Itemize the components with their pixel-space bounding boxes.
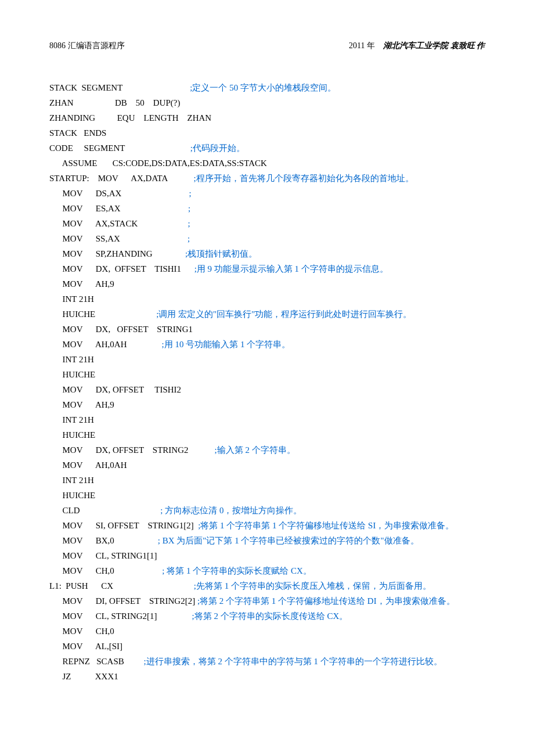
- code-text: MOV BX,0: [49, 536, 158, 545]
- code-text: MOV AH,0AH: [49, 340, 161, 349]
- code-comment: ;调用 宏定义的"回车换行"功能，程序运行到此处时进行回车换行。: [156, 309, 412, 319]
- header-left: 8086 汇编语言源程序: [49, 41, 125, 51]
- code-line: ZHAN DB 50 DUP(?): [49, 95, 485, 110]
- code-text: CODE SEGMENT: [49, 143, 190, 153]
- code-text: HUICHE: [49, 491, 95, 500]
- code-line: INT 21H: [49, 412, 485, 427]
- code-comment: ;: [187, 234, 190, 243]
- code-line: MOV DX, OFFSET TISHI2: [49, 382, 485, 397]
- code-comment: ;先将第 1 个字符串的实际长度压入堆栈，保留，为后面备用。: [194, 581, 431, 591]
- code-text: INT 21H: [49, 355, 94, 364]
- code-text: MOV AH,0AH: [49, 460, 127, 470]
- code-line: MOV SS,AX ;: [49, 231, 485, 246]
- code-line: MOV AH,0AH ;用 10 号功能输入第 1 个字符串。: [49, 337, 485, 352]
- code-text: ASSUME CS:CODE,DS:DATA,ES:DATA,SS:STACK: [49, 159, 267, 168]
- code-comment: ; 方向标志位清 0，按增址方向操作。: [160, 506, 302, 515]
- code-text: L1: PUSH CX: [49, 581, 194, 591]
- code-text: MOV AL,[SI]: [49, 642, 122, 651]
- code-comment: ;用 9 功能显示提示输入第 1 个字符串的提示信息。: [194, 264, 388, 273]
- code-text: MOV AH,9: [49, 400, 114, 409]
- code-comment: ;: [189, 189, 192, 198]
- code-comment: ;将第 2 个字符串的实际长度传送给 CX。: [192, 611, 348, 621]
- code-text: INT 21H: [49, 294, 94, 304]
- code-line: HUICHE: [49, 427, 485, 442]
- code-line: JZ XXX1: [49, 669, 485, 684]
- code-text: MOV DX, OFFSET TISHI2: [49, 385, 181, 394]
- code-line: ASSUME CS:CODE,DS:DATA,ES:DATA,SS:STACK: [49, 156, 485, 171]
- code-line: MOV AH,9: [49, 397, 485, 412]
- code-text: MOV SP,ZHANDING: [49, 249, 185, 258]
- code-comment: ;进行串搜索，将第 2 个字符串中的字符与第 1 个字符串的一个字符进行比较。: [144, 657, 442, 666]
- code-comment: ; BX 为后面"记下第 1 个字符串已经被搜索过的字符的个数"做准备。: [158, 536, 419, 545]
- code-text: HUICHE: [49, 309, 156, 319]
- code-comment: ; 将第 1 个字符串的实际长度赋给 CX。: [162, 566, 312, 575]
- code-text: MOV AH,9: [49, 279, 114, 289]
- code-line: MOV ES,AX ;: [49, 201, 485, 216]
- header-year: 2011 年: [349, 41, 375, 50]
- code-line: CODE SEGMENT ;代码段开始。: [49, 141, 485, 156]
- header-right: 2011 年 湖北汽车工业学院 袁致旺 作: [349, 41, 485, 51]
- code-text: MOV ES,AX: [49, 204, 188, 213]
- code-line: MOV CH,0 ; 将第 1 个字符串的实际长度赋给 CX。: [49, 563, 485, 578]
- page-header: 8086 汇编语言源程序 2011 年 湖北汽车工业学院 袁致旺 作: [49, 41, 485, 51]
- code-line: CLD ; 方向标志位清 0，按增址方向操作。: [49, 503, 485, 518]
- code-comment: ;代码段开始。: [190, 143, 245, 153]
- code-line: REPNZ SCASB ;进行串搜索，将第 2 个字符串中的字符与第 1 个字符…: [49, 654, 485, 669]
- code-text: MOV DS,AX: [49, 189, 189, 198]
- code-line: STARTUP: MOV AX,DATA ;程序开始，首先将几个段寄存器初始化为…: [49, 171, 485, 186]
- code-line: MOV CL, STRING2[1] ;将第 2 个字符串的实际长度传送给 CX…: [49, 609, 485, 624]
- code-text: JZ XXX1: [49, 672, 118, 681]
- code-text: STARTUP: MOV AX,DATA: [49, 174, 194, 183]
- code-comment: ;用 10 号功能输入第 1 个字符串。: [161, 340, 290, 349]
- code-line: INT 21H: [49, 291, 485, 307]
- code-line: INT 21H: [49, 352, 485, 367]
- code-comment: ;将第 1 个字符串第 1 个字符偏移地址传送给 SI，为串搜索做准备。: [198, 521, 454, 530]
- code-comment: ;栈顶指针赋初值。: [185, 249, 257, 258]
- code-line: MOV CH,0: [49, 624, 485, 639]
- code-text: HUICHE: [49, 370, 95, 379]
- code-line: STACK SEGMENT ;定义一个 50 字节大小的堆栈段空间。: [49, 80, 485, 95]
- code-text: ZHAN DB 50 DUP(?): [49, 98, 180, 107]
- code-comment: ;将第 2 个字符串第 1 个字符偏移地址传送给 DI，为串搜索做准备。: [197, 596, 455, 606]
- code-line: MOV DX, OFFSET STRING1: [49, 322, 485, 337]
- code-line: MOV SP,ZHANDING ;栈顶指针赋初值。: [49, 246, 485, 261]
- code-line: HUICHE: [49, 367, 485, 382]
- header-org: 湖北汽车工业学院 袁致旺 作: [383, 41, 485, 50]
- code-line: MOV SI, OFFSET STRING1[2] ;将第 1 个字符串第 1 …: [49, 518, 485, 533]
- code-text: STACK SEGMENT: [49, 83, 190, 92]
- code-text: INT 21H: [49, 415, 94, 424]
- code-line: L1: PUSH CX ;先将第 1 个字符串的实际长度压入堆栈，保留，为后面备…: [49, 578, 485, 593]
- code-line: MOV AL,[SI]: [49, 639, 485, 654]
- code-line: STACK ENDS: [49, 125, 485, 141]
- code-text: MOV SI, OFFSET STRING1[2]: [49, 521, 198, 530]
- code-line: MOV BX,0 ; BX 为后面"记下第 1 个字符串已经被搜索过的字符的个数…: [49, 533, 485, 548]
- code-block: STACK SEGMENT ;定义一个 50 字节大小的堆栈段空间。ZHAN D…: [49, 80, 485, 684]
- code-text: ZHANDING EQU LENGTH ZHAN: [49, 113, 211, 123]
- code-text: MOV CH,0: [49, 627, 114, 636]
- code-line: MOV DI, OFFSET STRING2[2] ;将第 2 个字符串第 1 …: [49, 593, 485, 609]
- code-text: MOV DX, OFFSET STRING1: [49, 325, 193, 334]
- code-text: MOV CH,0: [49, 566, 162, 575]
- document-page: 8086 汇编语言源程序 2011 年 湖北汽车工业学院 袁致旺 作 STACK…: [0, 0, 534, 719]
- code-comment: ;输入第 2 个字符串。: [214, 445, 295, 455]
- code-line: INT 21H: [49, 473, 485, 488]
- code-line: MOV DS,AX ;: [49, 186, 485, 201]
- code-comment: ;: [188, 219, 190, 228]
- code-text: MOV CL, STRING2[1]: [49, 611, 192, 621]
- code-text: MOV CL, STRING1[1]: [49, 551, 157, 560]
- code-text: MOV DI, OFFSET STRING2[2]: [49, 596, 197, 606]
- code-text: MOV AX,STACK: [49, 219, 188, 228]
- code-text: MOV DX, OFFSET STRING2: [49, 445, 214, 455]
- code-text: HUICHE: [49, 430, 95, 440]
- code-comment: ;定义一个 50 字节大小的堆栈段空间。: [190, 83, 336, 92]
- code-text: STACK ENDS: [49, 128, 106, 138]
- code-text: INT 21H: [49, 476, 94, 485]
- code-text: REPNZ SCASB: [49, 657, 144, 666]
- code-line: MOV DX, OFFSET STRING2 ;输入第 2 个字符串。: [49, 442, 485, 458]
- code-comment: ;: [188, 204, 190, 213]
- code-text: CLD: [49, 506, 160, 515]
- code-line: MOV CL, STRING1[1]: [49, 548, 485, 563]
- code-line: MOV AH,0AH: [49, 458, 485, 473]
- code-text: MOV DX, OFFSET TISHI1: [49, 264, 194, 273]
- code-line: ZHANDING EQU LENGTH ZHAN: [49, 110, 485, 125]
